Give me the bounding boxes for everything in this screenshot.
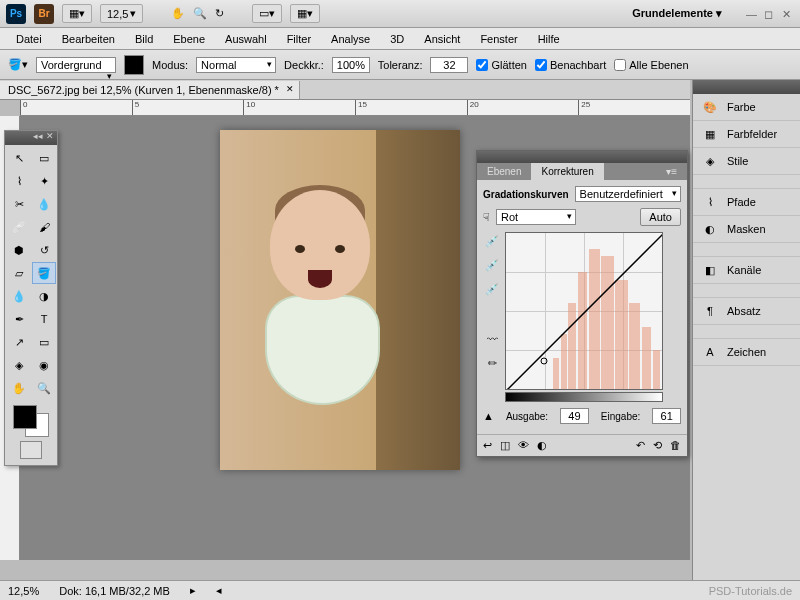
tab-korrekturen[interactable]: Korrekturen [531,163,603,180]
document-tab[interactable]: DSC_5672.jpg bei 12,5% (Kurven 1, Ebenen… [0,81,300,99]
pattern-swatch[interactable] [124,55,144,75]
input-gradient[interactable] [505,392,663,402]
pencil-icon[interactable]: ▲ [483,410,494,422]
eyedropper-gray-icon[interactable]: 💉 [483,256,501,274]
color-swatch[interactable] [11,405,51,437]
zoom-level-dropdown[interactable]: 12,5 ▾ [100,4,143,23]
panel-farbfelder[interactable]: ▦Farbfelder [693,121,800,148]
curve-graph[interactable] [505,232,663,390]
eyedropper-white-icon[interactable]: 💉 [483,280,501,298]
panel-menu-icon[interactable]: ▾≡ [656,163,687,180]
screen-mode-button[interactable]: ▭▾ [252,4,282,23]
blur-tool[interactable]: 💧 [7,285,31,307]
path-select-tool[interactable]: ↗ [7,331,31,353]
stamp-tool[interactable]: ⬢ [7,239,31,261]
crop-tool[interactable]: ✂ [7,193,31,215]
menu-datei[interactable]: Datei [8,30,50,48]
blend-mode-dropdown[interactable]: Normal [196,57,276,73]
panel-absatz[interactable]: ¶Absatz [693,298,800,325]
panel-farbe[interactable]: 🎨Farbe [693,94,800,121]
panel-masken[interactable]: ◐Masken [693,216,800,243]
hand-tool-icon[interactable]: ✋ [171,7,185,20]
output-label: Ausgabe: [506,411,548,422]
maximize-icon[interactable]: ◻ [764,8,776,20]
opacity-input[interactable]: 100% [332,57,370,73]
tab-close-icon[interactable]: ✕ [286,84,294,94]
auto-button[interactable]: Auto [640,208,681,226]
previous-icon[interactable]: ↶ [636,439,645,452]
panel-stile[interactable]: ◈Stile [693,148,800,175]
eraser-tool[interactable]: ▱ [7,262,31,284]
workspace-switcher[interactable]: Grundelemente ▾ [624,3,730,24]
bucket-tool[interactable]: 🪣 [32,262,56,284]
menu-filter[interactable]: Filter [279,30,319,48]
menu-ebene[interactable]: Ebene [165,30,213,48]
eyedropper-black-icon[interactable]: 💉 [483,232,501,250]
move-tool[interactable]: ↖ [7,147,31,169]
wand-tool[interactable]: ✦ [32,170,56,192]
right-panels: 🎨Farbe ▦Farbfelder ◈Stile ⌇Pfade ◐Masken… [692,80,800,580]
preset-dropdown[interactable]: Benutzerdefiniert [575,186,681,202]
docsize-display[interactable]: Dok: 16,1 MB/32,2 MB [59,585,170,597]
menu-auswahl[interactable]: Auswahl [217,30,275,48]
curve-point-tool-icon[interactable]: 〰 [483,330,501,348]
panel-kanaele[interactable]: ◧Kanäle [693,257,800,284]
toolbox-close-icon[interactable]: ✕ [46,131,54,145]
menu-ansicht[interactable]: Ansicht [416,30,468,48]
arrange-button[interactable]: ▦▾ [290,4,320,23]
tolerance-input[interactable]: 32 [430,57,468,73]
bucket-tool-icon[interactable]: 🪣▾ [8,58,28,71]
menu-bearbeiten[interactable]: Bearbeiten [54,30,123,48]
zoom-tool-icon[interactable]: 🔍 [193,7,207,20]
3d-camera-tool[interactable]: ◉ [32,354,56,376]
toolbox-collapse-icon[interactable]: ◂◂ [33,131,43,145]
ps-logo-icon[interactable]: Ps [6,4,26,24]
zoom-tool[interactable]: 🔍 [32,377,56,399]
close-icon[interactable]: ✕ [782,8,794,20]
visibility-icon[interactable]: 👁 [518,439,529,452]
rotate-view-icon[interactable]: ↻ [215,7,224,20]
brush-tool[interactable]: 🖌 [32,216,56,238]
quickmask-button[interactable] [20,441,42,459]
lasso-tool[interactable]: ⌇ [7,170,31,192]
heal-tool[interactable]: 🩹 [7,216,31,238]
minimize-icon[interactable]: — [746,8,758,20]
panel-pfade[interactable]: ⌇Pfade [693,189,800,216]
contiguous-checkbox[interactable]: Benachbart [535,59,606,71]
input-input[interactable]: 61 [652,408,681,424]
fill-source-dropdown[interactable]: Vordergrund [36,57,116,73]
menu-hilfe[interactable]: Hilfe [530,30,568,48]
foreground-color[interactable] [13,405,37,429]
menu-3d[interactable]: 3D [382,30,412,48]
shape-tool[interactable]: ▭ [32,331,56,353]
curve-pencil-tool-icon[interactable]: ✏ [483,354,501,372]
return-icon[interactable]: ↩ [483,439,492,452]
menu-analyse[interactable]: Analyse [323,30,378,48]
panel-zeichen[interactable]: AZeichen [693,339,800,366]
bridge-logo-icon[interactable]: Br [34,4,54,24]
finger-tool-icon[interactable]: ☟ [483,211,490,224]
eyedropper-tool[interactable]: 💧 [32,193,56,215]
hand-tool[interactable]: ✋ [7,377,31,399]
output-input[interactable]: 49 [560,408,589,424]
ruler-horizontal[interactable]: 0510152025 [20,100,690,116]
3d-tool[interactable]: ◈ [7,354,31,376]
menu-bild[interactable]: Bild [127,30,161,48]
reset-icon[interactable]: ⟲ [653,439,662,452]
all-layers-checkbox[interactable]: Alle Ebenen [614,59,688,71]
zoom-display[interactable]: 12,5% [8,585,39,597]
channel-dropdown[interactable]: Rot [496,209,576,225]
pen-tool[interactable]: ✒ [7,308,31,330]
layout-button[interactable]: ▦▾ [62,4,92,23]
antialias-checkbox[interactable]: Glätten [476,59,526,71]
expand-icon[interactable]: ◫ [500,439,510,452]
tab-ebenen[interactable]: Ebenen [477,163,531,180]
clip-icon[interactable]: ◐ [537,439,547,452]
history-brush-tool[interactable]: ↺ [32,239,56,261]
panel-drag-handle[interactable] [477,151,687,163]
menu-fenster[interactable]: Fenster [472,30,525,48]
type-tool[interactable]: T [32,308,56,330]
delete-icon[interactable]: 🗑 [670,439,681,452]
dodge-tool[interactable]: ◑ [32,285,56,307]
marquee-tool[interactable]: ▭ [32,147,56,169]
